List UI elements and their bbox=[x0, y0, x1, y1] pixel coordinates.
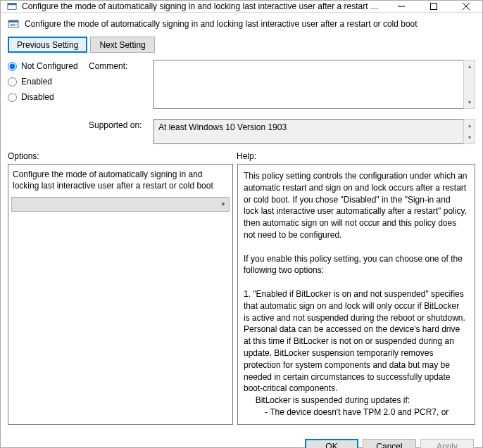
svg-rect-7 bbox=[8, 20, 18, 23]
ok-button[interactable]: OK bbox=[305, 439, 358, 448]
dialog-content: Configure the mode of automatically sign… bbox=[1, 13, 482, 432]
options-panel: Configure the mode of automatically sign… bbox=[8, 164, 233, 425]
options-dropdown[interactable]: ▼ bbox=[11, 197, 230, 212]
supported-scrollbar[interactable] bbox=[463, 119, 475, 144]
minimize-button[interactable] bbox=[385, 1, 418, 12]
policy-icon bbox=[8, 18, 19, 30]
supported-label: Supported on: bbox=[89, 119, 153, 144]
radio-enabled-input[interactable] bbox=[8, 77, 17, 87]
titlebar-title: Configure the mode of automatically sign… bbox=[22, 1, 385, 11]
previous-setting-button[interactable]: Previous Setting bbox=[8, 37, 87, 53]
svg-rect-1 bbox=[8, 4, 16, 6]
titlebar: Configure the mode of automatically sign… bbox=[1, 1, 482, 13]
radio-not-configured-label: Not Configured bbox=[21, 61, 78, 71]
titlebar-icon bbox=[6, 1, 18, 12]
options-text: Configure the mode of automatically sign… bbox=[11, 167, 230, 193]
comment-scrollbar[interactable] bbox=[463, 60, 475, 109]
policy-dialog-window: Configure the mode of automatically sign… bbox=[0, 0, 483, 448]
scroll-up-icon[interactable] bbox=[464, 60, 475, 72]
comment-input[interactable] bbox=[153, 60, 463, 109]
maximize-button[interactable] bbox=[418, 1, 450, 12]
panel-labels: Options: Help: bbox=[8, 151, 475, 161]
cancel-button[interactable]: Cancel bbox=[363, 439, 416, 448]
scroll-down-icon[interactable] bbox=[464, 96, 475, 108]
dialog-footer: OK Cancel Apply bbox=[1, 432, 482, 448]
help-panel: This policy setting controls the configu… bbox=[237, 164, 475, 425]
window-controls bbox=[385, 1, 482, 12]
state-and-fields: Not Configured Enabled Disabled Comment: bbox=[8, 60, 475, 147]
svg-rect-9 bbox=[10, 25, 15, 26]
radio-not-configured[interactable]: Not Configured bbox=[8, 61, 89, 71]
panels: Configure the mode of automatically sign… bbox=[8, 164, 475, 425]
help-scroll[interactable]: This policy setting controls the configu… bbox=[241, 167, 472, 421]
radio-enabled-label: Enabled bbox=[21, 77, 52, 87]
policy-title: Configure the mode of automatically sign… bbox=[25, 19, 418, 29]
scroll-up-icon[interactable] bbox=[464, 120, 475, 132]
svg-rect-8 bbox=[10, 24, 17, 25]
fields-column: Comment: Supported on: At least Windows … bbox=[89, 60, 475, 147]
next-setting-button[interactable]: Next Setting bbox=[90, 37, 154, 53]
scroll-down-icon[interactable] bbox=[464, 132, 475, 143]
policy-header: Configure the mode of automatically sign… bbox=[8, 18, 475, 30]
comment-row: Comment: bbox=[89, 60, 475, 109]
state-radio-group: Not Configured Enabled Disabled bbox=[8, 60, 89, 147]
supported-value: At least Windows 10 Version 1903 bbox=[153, 119, 463, 144]
help-label: Help: bbox=[237, 151, 256, 161]
radio-disabled[interactable]: Disabled bbox=[8, 92, 89, 102]
radio-disabled-input[interactable] bbox=[8, 93, 17, 102]
radio-enabled[interactable]: Enabled bbox=[8, 77, 89, 87]
help-text: This policy setting controls the configu… bbox=[241, 167, 470, 421]
nav-buttons: Previous Setting Next Setting bbox=[8, 37, 475, 53]
chevron-down-icon: ▼ bbox=[220, 201, 226, 207]
radio-not-configured-input[interactable] bbox=[8, 62, 17, 71]
supported-row: Supported on: At least Windows 10 Versio… bbox=[89, 119, 475, 144]
radio-disabled-label: Disabled bbox=[21, 92, 54, 102]
options-label: Options: bbox=[8, 151, 237, 161]
comment-label: Comment: bbox=[89, 60, 153, 109]
apply-button[interactable]: Apply bbox=[420, 439, 474, 448]
comment-wrap bbox=[153, 60, 475, 109]
close-button[interactable] bbox=[450, 1, 482, 12]
supported-wrap: At least Windows 10 Version 1903 bbox=[153, 119, 475, 144]
svg-rect-3 bbox=[431, 4, 437, 10]
